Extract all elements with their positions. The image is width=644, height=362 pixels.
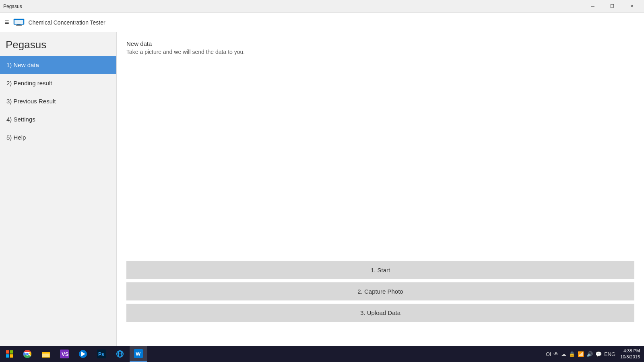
svg-rect-1 bbox=[14, 20, 23, 24]
minimize-button[interactable]: ─ bbox=[584, 0, 602, 13]
sidebar-item-previous-result[interactable]: 3) Previous Result bbox=[0, 92, 116, 110]
svg-rect-2 bbox=[17, 25, 21, 25]
taskbar-chrome[interactable] bbox=[19, 346, 36, 362]
svg-text:W: W bbox=[136, 351, 141, 357]
restore-button[interactable]: ❐ bbox=[603, 0, 621, 13]
capture-photo-button[interactable]: 2. Capture Photo bbox=[126, 282, 634, 300]
eye-icon: 👁 bbox=[553, 351, 559, 357]
sidebar-nav: 1) New data 2) Pending result 3) Previou… bbox=[0, 56, 116, 146]
content-title: New data bbox=[126, 40, 634, 47]
app-title: Chemical Concentration Tester bbox=[29, 19, 105, 26]
svg-text:VS: VS bbox=[62, 351, 69, 357]
start-button[interactable]: 1. Start bbox=[126, 261, 634, 279]
title-bar-left: Pegasus bbox=[3, 4, 22, 9]
taskbar-ie[interactable] bbox=[111, 346, 129, 362]
language-icon: ENG bbox=[604, 351, 615, 357]
lock-icon: 🔒 bbox=[569, 351, 575, 357]
volume-icon: 🔊 bbox=[586, 351, 593, 357]
taskbar-system-icons: Ol 👁 ☁ 🔒 📶 🔊 💬 ENG bbox=[546, 351, 615, 357]
svg-rect-7 bbox=[10, 354, 13, 358]
taskbar-time-display: 4:38 PM bbox=[620, 348, 640, 354]
notification-icon: 💬 bbox=[595, 351, 602, 357]
svg-rect-3 bbox=[16, 25, 22, 26]
sidebar-item-settings[interactable]: 4) Settings bbox=[0, 110, 116, 128]
action-buttons: 1. Start 2. Capture Photo 3. Upload Data bbox=[126, 261, 634, 322]
taskbar-clock: 4:38 PM 10/8/2015 bbox=[620, 348, 640, 360]
taskbar-store[interactable]: W bbox=[130, 346, 147, 362]
title-bar-controls: ─ ❐ ✕ bbox=[584, 0, 641, 13]
sidebar-item-help[interactable]: 5) Help bbox=[0, 128, 116, 146]
svg-rect-13 bbox=[42, 352, 45, 354]
taskbar: VS Ps bbox=[0, 346, 644, 362]
app-logo-icon bbox=[13, 19, 25, 27]
sidebar-item-pending-result[interactable]: 2) Pending result bbox=[0, 74, 116, 92]
title-bar: Pegasus ─ ❐ ✕ bbox=[0, 0, 644, 13]
taskbar-file-explorer[interactable] bbox=[37, 346, 55, 362]
taskbar-app1[interactable] bbox=[74, 346, 92, 362]
content-area: New data Take a picture and we will send… bbox=[117, 32, 644, 346]
svg-text:Ps: Ps bbox=[98, 352, 104, 357]
svg-rect-14 bbox=[42, 354, 50, 357]
window-title: Pegasus bbox=[3, 4, 22, 9]
svg-rect-5 bbox=[10, 350, 13, 354]
sidebar-item-new-data[interactable]: 1) New data bbox=[0, 56, 116, 74]
start-menu-button[interactable] bbox=[2, 346, 18, 362]
sidebar-title: Pegasus bbox=[0, 32, 116, 56]
taskbar-visual-studio[interactable]: VS bbox=[56, 346, 73, 362]
taskbar-photoshop[interactable]: Ps bbox=[93, 346, 110, 362]
outlook-icon: Ol bbox=[546, 351, 551, 357]
taskbar-right: Ol 👁 ☁ 🔒 📶 🔊 💬 ENG 4:38 PM 10/8/2015 bbox=[546, 348, 642, 360]
hamburger-icon[interactable]: ≡ bbox=[5, 18, 9, 27]
taskbar-left: VS Ps bbox=[2, 346, 147, 362]
upload-data-button[interactable]: 3. Upload Data bbox=[126, 304, 634, 322]
network-icon: 📶 bbox=[578, 351, 584, 357]
svg-rect-4 bbox=[6, 350, 9, 354]
taskbar-date-display: 10/8/2015 bbox=[620, 354, 640, 360]
sidebar: Pegasus 1) New data 2) Pending result 3)… bbox=[0, 32, 117, 346]
cloud-icon: ☁ bbox=[561, 351, 566, 357]
main-layout: Pegasus 1) New data 2) Pending result 3)… bbox=[0, 32, 644, 346]
content-subtitle: Take a picture and we will send the data… bbox=[126, 49, 634, 55]
app-header: ≡ Chemical Concentration Tester bbox=[0, 13, 644, 32]
close-button[interactable]: ✕ bbox=[622, 0, 641, 13]
svg-rect-6 bbox=[6, 354, 9, 358]
svg-point-10 bbox=[26, 353, 29, 355]
